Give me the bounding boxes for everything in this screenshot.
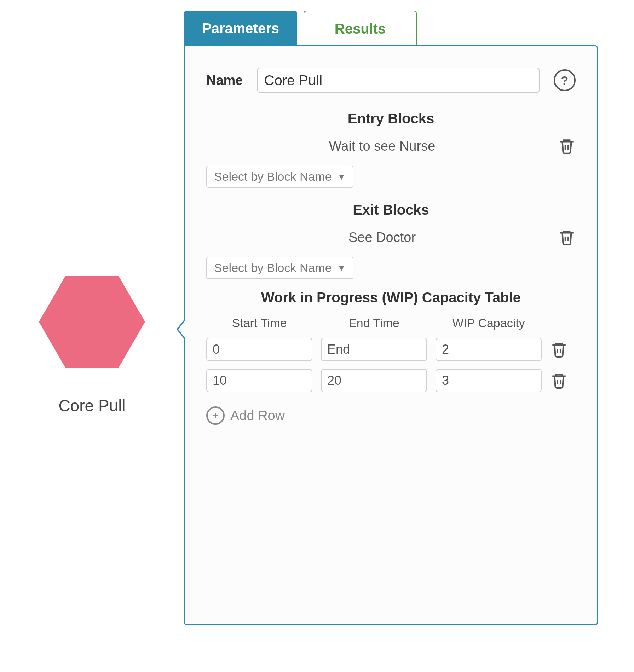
wip-col-cap: WIP Capacity [436,316,542,330]
wip-start-input[interactable] [206,338,312,361]
node-hexagon[interactable] [39,269,145,375]
node-label: Core Pull [25,396,159,415]
tab-results[interactable]: Results [304,11,417,46]
wip-col-start: Start Time [206,316,312,330]
chevron-down-icon: ▼ [338,172,346,182]
wip-end-input[interactable] [321,338,427,361]
wip-cap-input[interactable] [436,338,542,361]
name-label: Name [206,73,243,88]
wip-start-input[interactable] [206,369,312,392]
select-placeholder: Select by Block Name [214,170,332,184]
name-input[interactable] [257,68,540,93]
entry-block-item: Wait to see Nurse [206,139,558,154]
plus-circle-icon: + [206,406,225,425]
entry-blocks-title: Entry Blocks [206,111,576,127]
exit-block-item: See Doctor [206,230,558,245]
wip-cap-input[interactable] [436,369,542,392]
select-placeholder: Select by Block Name [214,261,332,275]
help-icon[interactable]: ? [554,69,576,91]
add-row-button[interactable]: + Add Row [206,406,285,425]
trash-icon[interactable] [550,341,568,358]
wip-col-end: End Time [321,316,427,330]
chevron-down-icon: ▼ [338,263,346,273]
trash-icon[interactable] [558,137,576,155]
parameters-panel: Name ? Entry Blocks Wait to see Nurse Se… [184,45,598,625]
exit-blocks-title: Exit Blocks [206,202,576,218]
tab-results-label: Results [335,21,386,37]
add-row-label: Add Row [230,408,285,423]
wip-row [206,369,576,392]
wip-title: Work in Progress (WIP) Capacity Table [206,290,576,306]
wip-row [206,338,576,361]
tab-parameters-label: Parameters [202,21,279,36]
trash-icon[interactable] [558,228,576,246]
exit-block-select[interactable]: Select by Block Name ▼ [206,257,353,279]
tab-parameters[interactable]: Parameters [184,11,297,46]
wip-end-input[interactable] [321,369,427,392]
trash-icon[interactable] [550,372,568,389]
entry-block-select[interactable]: Select by Block Name ▼ [206,166,353,188]
